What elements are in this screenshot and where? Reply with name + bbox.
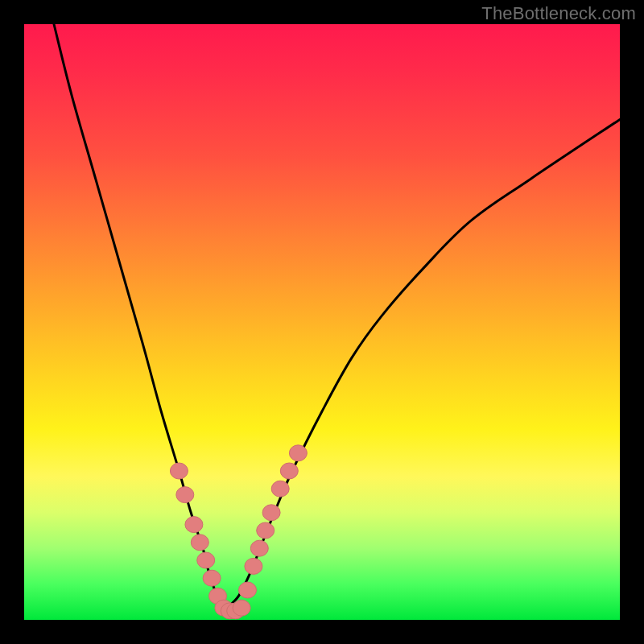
data-marker <box>257 522 275 539</box>
data-marker <box>197 552 215 568</box>
chart-plot-area <box>24 24 620 620</box>
data-markers <box>170 445 307 619</box>
data-marker <box>289 445 307 461</box>
data-marker <box>170 463 188 479</box>
data-marker <box>271 481 289 497</box>
chart-svg <box>24 24 620 620</box>
data-marker <box>203 570 221 586</box>
data-marker <box>280 463 298 479</box>
data-marker <box>233 600 250 616</box>
data-marker <box>245 558 262 574</box>
chart-frame: TheBottleneck.com <box>0 0 644 644</box>
data-marker <box>191 535 208 551</box>
data-marker <box>176 487 194 503</box>
data-marker <box>239 582 257 598</box>
curve-right <box>227 119 620 608</box>
data-marker <box>185 517 203 533</box>
watermark-text: TheBottleneck.com <box>481 3 636 24</box>
data-marker <box>262 505 280 521</box>
data-marker <box>250 540 268 556</box>
